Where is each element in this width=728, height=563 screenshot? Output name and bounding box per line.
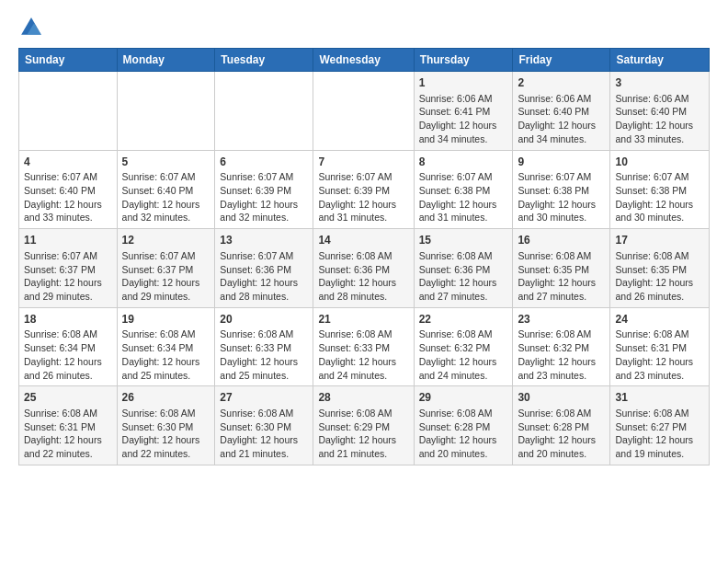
day-info-line: Sunset: 6:34 PM bbox=[122, 341, 210, 355]
day-info-line: Sunset: 6:38 PM bbox=[419, 184, 508, 198]
day-info-line: Daylight: 12 hours bbox=[220, 355, 308, 369]
day-info-line: Daylight: 12 hours bbox=[419, 276, 508, 290]
calendar-cell: 2Sunrise: 6:06 AMSunset: 6:40 PMDaylight… bbox=[513, 72, 610, 151]
day-info-line: Sunset: 6:40 PM bbox=[122, 184, 210, 198]
day-info-line: Sunrise: 6:08 AM bbox=[518, 407, 605, 420]
day-info-line: Daylight: 12 hours bbox=[615, 433, 704, 447]
calendar-cell: 16Sunrise: 6:08 AMSunset: 6:35 PMDayligh… bbox=[513, 229, 610, 308]
day-info-line: Sunset: 6:35 PM bbox=[615, 263, 704, 277]
day-info-line: and 24 minutes. bbox=[419, 369, 508, 383]
day-info-line: and 23 minutes. bbox=[615, 369, 704, 383]
day-info-line: Sunrise: 6:08 AM bbox=[615, 327, 704, 341]
day-info-line: Daylight: 12 hours bbox=[122, 433, 210, 447]
calendar-cell: 5Sunrise: 6:07 AMSunset: 6:40 PMDaylight… bbox=[117, 150, 215, 229]
weekday-header-monday: Monday bbox=[117, 49, 215, 72]
day-info-line: and 25 minutes. bbox=[122, 369, 210, 383]
day-info-line: and 34 minutes. bbox=[518, 132, 605, 146]
day-info-line: Sunrise: 6:08 AM bbox=[122, 327, 210, 341]
calendar-cell: 25Sunrise: 6:08 AMSunset: 6:31 PMDayligh… bbox=[19, 386, 118, 465]
day-info-line: and 26 minutes. bbox=[24, 369, 112, 383]
day-info-line: Daylight: 12 hours bbox=[615, 276, 704, 290]
day-number: 24 bbox=[615, 312, 704, 327]
day-info-line: Sunset: 6:40 PM bbox=[24, 184, 112, 198]
day-info-line: Daylight: 12 hours bbox=[615, 355, 704, 369]
day-info-line: Sunset: 6:27 PM bbox=[615, 420, 704, 434]
day-info-line: Sunrise: 6:06 AM bbox=[419, 92, 508, 106]
day-info-line: Daylight: 12 hours bbox=[24, 433, 112, 447]
day-info-line: Daylight: 12 hours bbox=[518, 276, 605, 290]
day-info-line: Sunset: 6:31 PM bbox=[615, 341, 704, 355]
day-info-line: and 31 minutes. bbox=[318, 211, 408, 224]
day-info-line: Sunrise: 6:08 AM bbox=[419, 249, 508, 263]
day-info-line: Sunrise: 6:08 AM bbox=[220, 407, 308, 420]
calendar-cell: 28Sunrise: 6:08 AMSunset: 6:29 PMDayligh… bbox=[313, 386, 414, 465]
day-info-line: Sunset: 6:38 PM bbox=[518, 184, 605, 198]
weekday-header-sunday: Sunday bbox=[19, 49, 118, 72]
calendar-cell: 4Sunrise: 6:07 AMSunset: 6:40 PMDaylight… bbox=[19, 150, 118, 229]
day-number: 29 bbox=[419, 390, 508, 406]
day-info-line: and 31 minutes. bbox=[419, 211, 508, 224]
calendar-cell: 17Sunrise: 6:08 AMSunset: 6:35 PMDayligh… bbox=[610, 229, 710, 308]
calendar-body: 1Sunrise: 6:06 AMSunset: 6:41 PMDaylight… bbox=[19, 72, 710, 465]
day-info-line: Daylight: 12 hours bbox=[615, 119, 704, 132]
day-number: 16 bbox=[518, 233, 605, 248]
day-number: 8 bbox=[419, 155, 508, 170]
day-info-line: and 27 minutes. bbox=[518, 290, 605, 304]
day-info-line: and 27 minutes. bbox=[419, 290, 508, 304]
day-info-line: Sunrise: 6:07 AM bbox=[122, 249, 210, 263]
day-info-line: and 30 minutes. bbox=[615, 211, 704, 224]
day-number: 18 bbox=[24, 312, 112, 327]
page: SundayMondayTuesdayWednesdayThursdayFrid… bbox=[0, 0, 728, 475]
day-info-line: Daylight: 12 hours bbox=[220, 433, 308, 447]
day-info-line: and 23 minutes. bbox=[518, 369, 605, 383]
calendar-cell: 18Sunrise: 6:08 AMSunset: 6:34 PMDayligh… bbox=[19, 307, 118, 386]
calendar-cell bbox=[117, 72, 215, 151]
day-number: 9 bbox=[518, 155, 605, 170]
day-info-line: and 32 minutes. bbox=[122, 211, 210, 224]
calendar-cell: 8Sunrise: 6:07 AMSunset: 6:38 PMDaylight… bbox=[414, 150, 513, 229]
day-info-line: Sunrise: 6:08 AM bbox=[419, 407, 508, 420]
day-number: 11 bbox=[24, 233, 112, 248]
day-info-line: Sunset: 6:30 PM bbox=[122, 420, 210, 434]
day-info-line: Sunrise: 6:08 AM bbox=[24, 327, 112, 341]
day-number: 25 bbox=[24, 390, 112, 406]
day-info-line: Sunrise: 6:07 AM bbox=[122, 170, 210, 184]
calendar-week-4: 18Sunrise: 6:08 AMSunset: 6:34 PMDayligh… bbox=[19, 307, 710, 386]
day-info-line: Daylight: 12 hours bbox=[220, 276, 308, 290]
calendar-cell: 3Sunrise: 6:06 AMSunset: 6:40 PMDaylight… bbox=[610, 72, 710, 151]
day-info-line: Daylight: 12 hours bbox=[419, 355, 508, 369]
day-info-line: Sunrise: 6:08 AM bbox=[318, 407, 408, 420]
day-info-line: Sunrise: 6:07 AM bbox=[220, 249, 308, 263]
day-number: 22 bbox=[419, 312, 508, 327]
day-info-line: Sunset: 6:36 PM bbox=[220, 263, 308, 277]
day-info-line: Sunrise: 6:08 AM bbox=[318, 327, 408, 341]
day-number: 19 bbox=[122, 312, 210, 327]
calendar-week-3: 11Sunrise: 6:07 AMSunset: 6:37 PMDayligh… bbox=[19, 229, 710, 308]
day-info-line: Sunset: 6:37 PM bbox=[24, 263, 112, 277]
day-info-line: and 28 minutes. bbox=[318, 290, 408, 304]
day-info-line: Sunset: 6:30 PM bbox=[220, 420, 308, 434]
day-info-line: Sunrise: 6:07 AM bbox=[220, 170, 308, 184]
day-number: 26 bbox=[122, 390, 210, 406]
weekday-header-wednesday: Wednesday bbox=[313, 49, 414, 72]
day-number: 10 bbox=[615, 155, 704, 170]
calendar-cell: 13Sunrise: 6:07 AMSunset: 6:36 PMDayligh… bbox=[215, 229, 313, 308]
day-info-line: Sunrise: 6:08 AM bbox=[220, 327, 308, 341]
day-info-line: Sunset: 6:41 PM bbox=[419, 105, 508, 119]
day-number: 6 bbox=[220, 155, 308, 170]
calendar-cell: 14Sunrise: 6:08 AMSunset: 6:36 PMDayligh… bbox=[313, 229, 414, 308]
day-info-line: Sunset: 6:39 PM bbox=[318, 184, 408, 198]
calendar-cell: 10Sunrise: 6:07 AMSunset: 6:38 PMDayligh… bbox=[610, 150, 710, 229]
day-info-line: Sunset: 6:36 PM bbox=[419, 263, 508, 277]
calendar-cell: 19Sunrise: 6:08 AMSunset: 6:34 PMDayligh… bbox=[117, 307, 215, 386]
day-info-line: Daylight: 12 hours bbox=[318, 433, 408, 447]
day-number: 23 bbox=[518, 312, 605, 327]
calendar-cell: 12Sunrise: 6:07 AMSunset: 6:37 PMDayligh… bbox=[117, 229, 215, 308]
day-info-line: and 19 minutes. bbox=[615, 447, 704, 461]
day-number: 20 bbox=[220, 312, 308, 327]
day-info-line: and 20 minutes. bbox=[518, 447, 605, 461]
day-info-line: Sunset: 6:28 PM bbox=[419, 420, 508, 434]
calendar-cell: 21Sunrise: 6:08 AMSunset: 6:33 PMDayligh… bbox=[313, 307, 414, 386]
day-info-line: Sunset: 6:28 PM bbox=[518, 420, 605, 434]
day-number: 21 bbox=[318, 312, 408, 327]
